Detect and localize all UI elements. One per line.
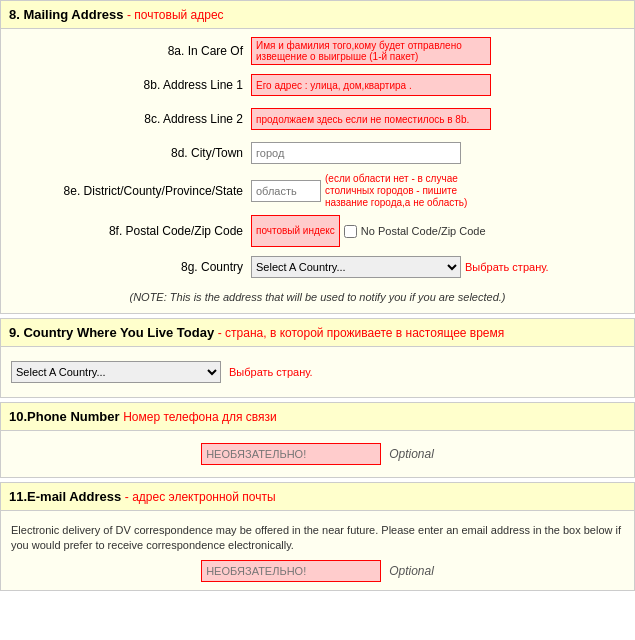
city-input[interactable] [251, 142, 461, 164]
label-city: 8d. City/Town [11, 146, 251, 160]
row-district: 8e. District/County/Province/State (если… [11, 173, 624, 209]
section-9: 9. Country Where You Live Today - страна… [0, 318, 635, 398]
in-care-of-hint: Имя и фамилия того,кому будет отправлено… [251, 37, 491, 65]
address1-hint: Его адрес : улица, дом,квартира . [251, 74, 491, 96]
phone-row: Optional [11, 439, 624, 469]
row-city: 8d. City/Town [11, 139, 624, 167]
field-address2: продолжаем здесь если не поместилось в 8… [251, 108, 624, 130]
field-city [251, 142, 624, 164]
section-10-header: 10.Phone Number Номер телефона для связи [1, 403, 634, 431]
section-10: 10.Phone Number Номер телефона для связи… [0, 402, 635, 478]
field-district: (если области нет - в случае столичных г… [251, 173, 624, 209]
phone-input[interactable] [201, 443, 381, 465]
phone-optional: Optional [389, 447, 434, 461]
section-8-title: 8. Mailing Address [9, 7, 123, 22]
address2-hint: продолжаем здесь если не поместилось в 8… [251, 108, 491, 130]
field-country: Select A Country... Выбрать страну. [251, 256, 624, 278]
field-in-care-of: Имя и фамилия того,кому будет отправлено… [251, 37, 624, 65]
section-8-header: 8. Mailing Address - почтовый адрес [1, 1, 634, 29]
section-8-note: (NOTE: This is the address that will be … [11, 287, 624, 305]
section-11-header: 11.E-mail Address - адрес электронной по… [1, 483, 634, 511]
postal-controls: почтовый индекс No Postal Code/Zip Code [251, 215, 486, 247]
email-note: Electronic delivery of DV correspondence… [11, 519, 624, 560]
row-address2: 8c. Address Line 2 продолжаем здесь если… [11, 105, 624, 133]
section-9-body: Select A Country... Выбрать страну. [1, 347, 634, 397]
label-district: 8e. District/County/Province/State [11, 184, 251, 198]
row-postal: 8f. Postal Code/Zip Code почтовый индекс… [11, 215, 624, 247]
section-9-row: Select A Country... Выбрать страну. [11, 357, 624, 387]
email-input[interactable] [201, 560, 381, 582]
label-address2: 8c. Address Line 2 [11, 112, 251, 126]
no-postal-label: No Postal Code/Zip Code [361, 225, 486, 237]
section-9-russian: - страна, в которой проживаете в настоящ… [218, 326, 505, 340]
label-postal: 8f. Postal Code/Zip Code [11, 224, 251, 238]
postal-hint-box: почтовый индекс [251, 215, 340, 247]
section-10-body: Optional [1, 431, 634, 477]
section-11-title: 11.E-mail Address [9, 489, 121, 504]
section-10-russian: Номер телефона для связи [123, 410, 277, 424]
no-postal-checkbox[interactable] [344, 225, 357, 238]
section-11: 11.E-mail Address - адрес электронной по… [0, 482, 635, 591]
section-11-russian: - адрес электронной почты [125, 490, 276, 504]
email-row: Optional [11, 560, 624, 582]
label-in-care-of: 8a. In Care Of [11, 44, 251, 58]
country-select[interactable]: Select A Country... [251, 256, 461, 278]
district-input[interactable] [251, 180, 321, 202]
section-8: 8. Mailing Address - почтовый адрес 8a. … [0, 0, 635, 314]
row-country: 8g. Country Select A Country... Выбрать … [11, 253, 624, 281]
row-in-care-of: 8a. In Care Of Имя и фамилия того,кому б… [11, 37, 624, 65]
field-postal: почтовый индекс No Postal Code/Zip Code [251, 215, 624, 247]
label-address1: 8b. Address Line 1 [11, 78, 251, 92]
label-country: 8g. Country [11, 260, 251, 274]
country-live-wybrac: Выбрать страну. [229, 366, 313, 378]
section-8-body: 8a. In Care Of Имя и фамилия того,кому б… [1, 29, 634, 313]
section-10-title: 10.Phone Number [9, 409, 120, 424]
section-9-header: 9. Country Where You Live Today - страна… [1, 319, 634, 347]
section-9-title: 9. Country Where You Live Today [9, 325, 214, 340]
district-hint: (если области нет - в случае столичных г… [325, 173, 485, 209]
section-8-russian: - почтовый адрес [127, 8, 224, 22]
email-optional: Optional [389, 564, 434, 578]
row-address1: 8b. Address Line 1 Его адрес : улица, до… [11, 71, 624, 99]
country-live-select[interactable]: Select A Country... [11, 361, 221, 383]
country-wybrac: Выбрать страну. [465, 261, 549, 273]
field-address1: Его адрес : улица, дом,квартира . [251, 74, 624, 96]
section-11-body: Electronic delivery of DV correspondence… [1, 511, 634, 590]
